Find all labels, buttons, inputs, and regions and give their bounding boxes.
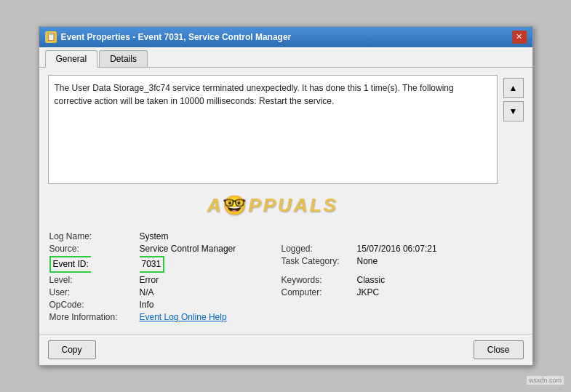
opcode-label: OpCode: [49,300,137,310]
window-icon: 📋 [45,31,57,43]
task-category-value: None [357,256,496,273]
computer-value: JKPC [357,287,496,297]
event-id-value: 7031 [140,256,165,273]
title-bar: 📋 Event Properties - Event 7031, Service… [39,27,532,47]
tabs-bar: General Details [39,47,532,68]
event-id-label: Event ID: [49,256,91,273]
logo-area: A🤓PPUALS [48,190,498,221]
tab-details[interactable]: Details [99,50,148,67]
info-grid: Log Name: System Source: Service Control… [48,227,498,327]
logged-value: 15/07/2016 06:07:21 [357,244,496,254]
source-value: Service Control Manager [140,244,279,254]
computer-label: Computer: [281,287,354,297]
event-message-box: The User Data Storage_3fc74 service term… [48,75,498,184]
title-bar-left: 📋 Event Properties - Event 7031, Service… [45,31,292,43]
event-log-link[interactable]: Event Log Online Help [140,312,279,322]
log-name-label: Log Name: [49,231,137,241]
level-label: Level: [49,275,137,285]
keywords-value: Classic [357,275,496,285]
event-id-value-cell: 7031 [140,256,279,273]
footer: Copy Close [39,334,532,365]
keywords-label: Keywords: [281,275,354,285]
user-label: User: [49,287,137,297]
level-value: Error [140,275,279,285]
copy-button[interactable]: Copy [48,340,96,359]
scroll-down-button[interactable]: ▼ [503,101,524,121]
logo-icon: 🤓 [223,194,248,216]
event-message-text: The User Data Storage_3fc74 service term… [55,83,454,106]
content-area: The User Data Storage_3fc74 service term… [39,68,532,334]
logo-text: A🤓PPUALS [207,194,338,217]
log-name-value: System [140,231,279,241]
close-window-button[interactable]: ✕ [512,31,527,44]
task-category-label: Task Category: [281,256,354,273]
event-properties-window: 📋 Event Properties - Event 7031, Service… [39,26,533,366]
opcode-value: Info [140,300,279,310]
user-value: N/A [140,287,279,297]
event-id-label-cell: Event ID: [49,256,137,273]
side-arrows: ▲ ▼ [503,75,524,327]
source-label: Source: [49,244,137,254]
window-title: Event Properties - Event 7031, Service C… [61,32,292,42]
logged-label: Logged: [281,244,354,254]
main-content: The User Data Storage_3fc74 service term… [48,75,498,327]
more-info-label: More Information: [49,312,137,322]
tab-general[interactable]: General [45,50,98,68]
scroll-up-button[interactable]: ▲ [503,78,524,98]
watermark: wsxdn.com [527,376,564,385]
close-button[interactable]: Close [474,340,524,359]
